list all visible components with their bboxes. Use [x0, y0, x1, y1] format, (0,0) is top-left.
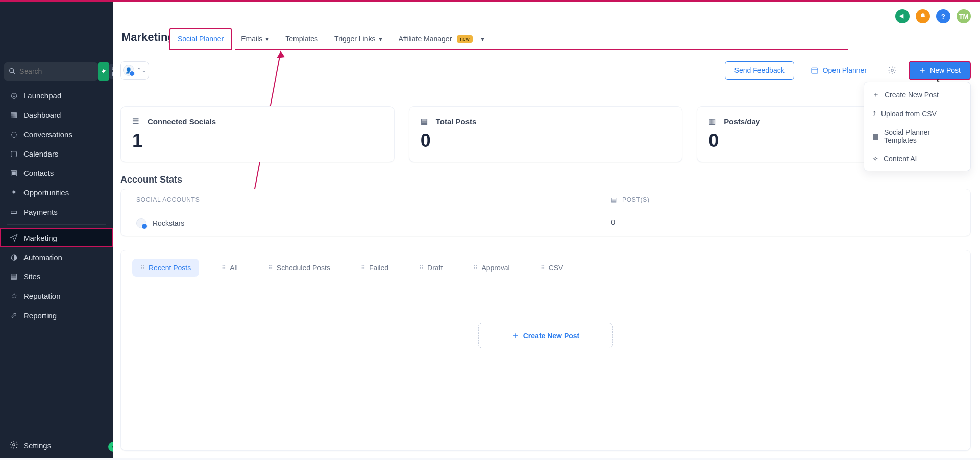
dropdown-content-ai[interactable]: ✧Content AI: [864, 149, 970, 168]
sidebar-item-label: Contacts: [23, 169, 54, 177]
sidebar: ctrl K ◎Launchpad ▦Dashboard ◌Conversati…: [0, 2, 113, 458]
annotation-arrow: [235, 49, 848, 50]
announcements-button[interactable]: [895, 9, 910, 23]
sidebar-item-label: Marketing: [23, 234, 57, 242]
search-input[interactable]: [19, 67, 109, 75]
post-tabs: ⠿Recent Posts ⠿All ⠿Scheduled Posts ⠿Fai…: [132, 259, 959, 277]
ptab-csv[interactable]: ⠿CSV: [532, 259, 572, 277]
account-name: Rockstars: [153, 219, 184, 227]
sidebar-item-reputation[interactable]: ☆Reputation: [0, 286, 113, 305]
social-account-selector[interactable]: 👤 ⌃⌄: [120, 61, 149, 80]
settings-button[interactable]: [883, 61, 901, 80]
dropdown-label: Content AI: [884, 155, 917, 163]
dropdown-label: Upload from CSV: [881, 110, 937, 118]
main: ? TM Marketing Social Planner Emails▾ Te…: [113, 2, 980, 458]
svg-point-0: [10, 69, 14, 73]
dropdown-label: Create New Post: [885, 91, 939, 99]
ptab-all[interactable]: ⠿All: [213, 259, 246, 277]
sidebar-item-label: Automation: [23, 253, 62, 262]
new-post-dropdown: ＋Create New Post ⤴Upload from CSV ▦Socia…: [864, 82, 971, 171]
chevron-down-icon: ▾: [481, 35, 484, 43]
notifications-button[interactable]: [916, 9, 930, 23]
sparkle-icon: ✧: [872, 155, 878, 163]
send-icon: [9, 233, 18, 242]
gear-icon: [888, 66, 897, 75]
tab-social-planner[interactable]: Social Planner: [169, 28, 232, 50]
sidebar-item-calendars[interactable]: ▢Calendars: [0, 144, 113, 163]
sidebar-nav: ◎Launchpad ▦Dashboard ◌Conversations ▢Ca…: [0, 86, 113, 325]
help-button[interactable]: ?: [936, 9, 950, 23]
ptab-failed[interactable]: ⠿Failed: [353, 259, 397, 277]
svg-rect-6: [812, 68, 818, 73]
bell-icon: [919, 13, 926, 20]
tab-label: Social Planner: [178, 35, 224, 43]
tab-trigger-links[interactable]: Trigger Links▾: [327, 29, 389, 49]
stat-label: Posts/day: [724, 117, 760, 126]
chat-icon: ◌: [9, 130, 18, 139]
sidebar-item-sites[interactable]: ▤Sites: [0, 267, 113, 286]
tab-templates[interactable]: Templates: [278, 29, 325, 49]
sidebar-item-marketing[interactable]: Marketing: [0, 228, 113, 247]
drag-icon: ⠿: [419, 264, 423, 271]
plus-icon: ＋: [872, 90, 879, 99]
dropdown-create-new-post[interactable]: ＋Create New Post: [864, 85, 970, 105]
sidebar-item-conversations[interactable]: ◌Conversations: [0, 124, 113, 144]
sidebar-item-label: Calendars: [23, 149, 58, 158]
sidebar-item-label: Reporting: [23, 311, 57, 320]
grid-icon: ▦: [9, 110, 18, 119]
button-label: Send Feedback: [734, 66, 785, 74]
ptab-recent-posts[interactable]: ⠿Recent Posts: [132, 259, 199, 277]
settings-label: Settings: [23, 441, 51, 450]
tab-affiliate-manager[interactable]: Affiliate Managernew▾: [391, 29, 492, 49]
drag-icon: ⠿: [140, 264, 144, 271]
stat-connected-socials: ☰Connected Socials 1: [120, 106, 395, 162]
sidebar-item-payments[interactable]: ▭Payments: [0, 202, 113, 221]
ptab-draft[interactable]: ⠿Draft: [411, 259, 451, 277]
dropdown-label: Social Planner Templates: [884, 128, 962, 144]
sidebar-item-opportunities[interactable]: ✦Opportunities: [0, 183, 113, 202]
column-header-posts: POST(S): [622, 196, 650, 203]
chart-icon: ⬀: [9, 311, 18, 320]
send-feedback-button[interactable]: Send Feedback: [725, 61, 794, 80]
tab-label: Affiliate Manager: [399, 35, 452, 43]
ptab-label: Approval: [481, 264, 509, 272]
create-new-post-box[interactable]: Create New Post: [478, 323, 613, 348]
svg-line-1: [13, 72, 15, 74]
create-label: Create New Post: [523, 331, 579, 340]
drag-icon: ⠿: [222, 264, 226, 271]
search-input-wrap[interactable]: ctrl K: [4, 62, 98, 81]
open-planner-button[interactable]: Open Planner: [801, 61, 876, 80]
sidebar-item-launchpad[interactable]: ◎Launchpad: [0, 86, 113, 105]
nodes-icon: ✦: [9, 188, 18, 197]
sidebar-item-label: Reputation: [23, 292, 61, 300]
posts-icon: ▤: [421, 117, 430, 126]
table-row[interactable]: Rockstars 0: [121, 211, 970, 236]
tab-emails[interactable]: Emails▾: [234, 29, 276, 49]
avatar-initials: TM: [959, 13, 969, 20]
stat-value: 1: [132, 130, 383, 151]
sidebar-item-reporting[interactable]: ⬀Reporting: [0, 305, 113, 325]
dropdown-upload-csv[interactable]: ⤴Upload from CSV: [864, 105, 970, 123]
ptab-scheduled[interactable]: ⠿Scheduled Posts: [260, 259, 338, 277]
drag-icon: ⠿: [541, 264, 545, 271]
stats-row: ☰Connected Socials 1 ▤Total Posts 0 ▥Pos…: [120, 106, 971, 162]
dropdown-templates[interactable]: ▦Social Planner Templates: [864, 123, 970, 149]
megaphone-icon: [899, 13, 906, 20]
stat-total-posts: ▤Total Posts 0: [409, 106, 683, 162]
upload-icon: ⤴: [872, 110, 876, 118]
svg-point-2: [13, 444, 15, 446]
bolt-icon: [101, 68, 107, 75]
ptab-approval[interactable]: ⠿Approval: [465, 259, 518, 277]
sidebar-item-contacts[interactable]: ▣Contacts: [0, 163, 113, 183]
sidebar-item-automation[interactable]: ◑Automation: [0, 247, 113, 267]
posts-icon: ▤: [611, 196, 617, 203]
star-icon: ☆: [9, 291, 18, 300]
tab-label: Emails: [241, 35, 262, 43]
sidebar-item-dashboard[interactable]: ▦Dashboard: [0, 105, 113, 124]
sidebar-settings[interactable]: Settings: [0, 433, 113, 458]
account-stats-table: SOCIAL ACCOUNTS ▤POST(S) Rockstars 0: [120, 189, 971, 236]
avatar[interactable]: TM: [957, 9, 971, 23]
column-header-social: SOCIAL ACCOUNTS: [136, 196, 200, 203]
bolt-button[interactable]: [98, 62, 109, 81]
question-icon: ?: [941, 13, 945, 20]
